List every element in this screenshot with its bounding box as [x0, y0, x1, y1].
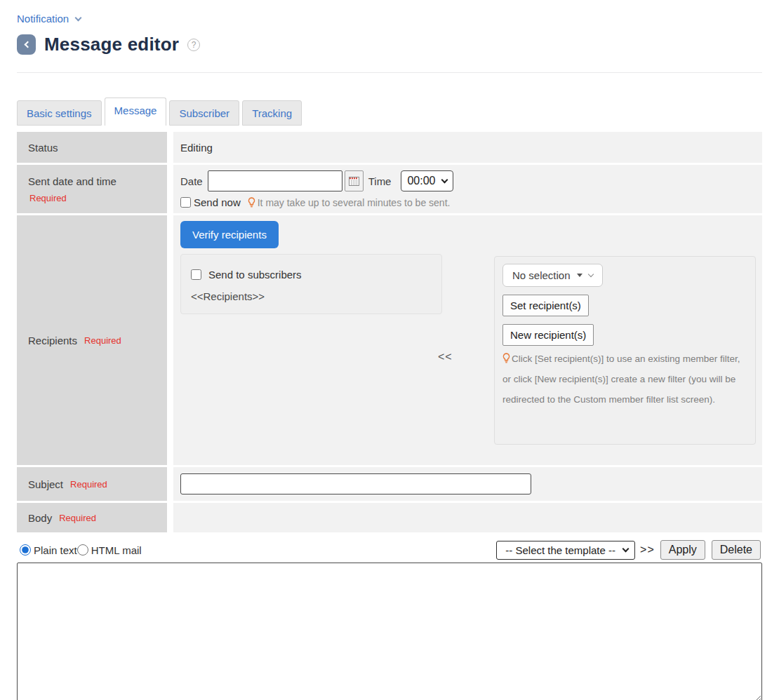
sent-date-required-badge: Required: [29, 193, 167, 203]
title-row: Message editor ?: [17, 34, 762, 55]
chevron-left-icon: [24, 41, 31, 48]
forward-arrows-indicator: >>: [640, 544, 655, 556]
body-label-text: Body: [28, 512, 52, 524]
left-arrows-indicator: <<: [438, 351, 453, 363]
plain-text-label: Plain text: [34, 544, 77, 556]
recipients-hint: Click [Set recipient(s)] to use an exist…: [502, 349, 747, 410]
row-status: Status Editing: [17, 132, 762, 163]
message-body-textarea[interactable]: [17, 563, 762, 700]
recipients-token: <<Recipients>>: [191, 290, 432, 302]
set-recipients-button[interactable]: Set recipient(s): [502, 295, 589, 316]
no-selection-value: No selection: [512, 269, 571, 281]
send-to-subscribers-label: Send to subscribers: [208, 269, 302, 281]
time-select-value: 00:00: [407, 175, 435, 187]
recipients-value-cell: Verify recipients Send to subscribers <<…: [173, 215, 762, 465]
tab-tracking[interactable]: Tracking: [242, 100, 302, 126]
subject-label-text: Subject: [28, 478, 63, 490]
template-controls: -- Select the template -- >> Apply Delet…: [496, 540, 761, 560]
date-input[interactable]: [208, 170, 342, 191]
recipients-label-text: Recipients: [28, 335, 77, 346]
send-to-subscribers-row: Send to subscribers: [191, 269, 432, 281]
time-select[interactable]: 00:00: [401, 170, 453, 191]
recipients-required-badge: Required: [84, 335, 121, 346]
lightbulb-icon: [248, 197, 255, 208]
sent-date-value-cell: Date: [173, 165, 762, 213]
body-value-cell: [173, 503, 762, 532]
chevron-down-icon: [587, 271, 593, 277]
mail-format-radio-group: Plain text HTML mail: [20, 544, 142, 556]
chevron-down-icon: [441, 176, 448, 183]
apply-button[interactable]: Apply: [660, 540, 705, 560]
verify-recipients-button[interactable]: Verify recipients: [180, 221, 279, 248]
recipients-hint-text: Click [Set recipient(s)] to use an exist…: [502, 354, 740, 405]
html-mail-radio[interactable]: [77, 544, 88, 556]
lightbulb-icon: [502, 353, 510, 363]
status-value-cell: Editing: [173, 132, 762, 163]
subject-value-cell: [173, 467, 762, 501]
recipients-label: Recipients Required: [17, 215, 167, 465]
caret-down-icon: [577, 274, 582, 277]
no-selection-dropdown[interactable]: No selection: [502, 264, 603, 287]
calendar-button[interactable]: [345, 170, 364, 191]
row-recipients: Recipients Required Verify recipients Se…: [17, 215, 762, 465]
html-mail-label: HTML mail: [91, 544, 142, 556]
row-sent-date: Sent date and time Required Date: [17, 165, 762, 213]
calendar-icon: [348, 175, 360, 187]
breadcrumb: Notification: [17, 13, 762, 25]
subject-required-badge: Required: [70, 479, 107, 490]
message-form: Status Editing Sent date and time Requir…: [17, 132, 762, 532]
editor-toolbar: Plain text HTML mail -- Select the templ…: [17, 540, 762, 560]
chevron-down-icon[interactable]: [75, 15, 82, 22]
message-editor-page: Notification Message editor ? Basic sett…: [0, 0, 779, 700]
template-select[interactable]: -- Select the template --: [496, 541, 635, 560]
status-label-text: Status: [28, 142, 58, 154]
tab-basic-settings[interactable]: Basic settings: [17, 100, 102, 126]
date-time-row: Date: [180, 170, 762, 191]
time-field-label: Time: [368, 175, 392, 187]
recipient-filter-panel: No selection Set recipient(s) New recipi…: [494, 256, 756, 445]
send-now-label: Send now: [194, 196, 241, 208]
sent-date-label-text: Sent date and time: [28, 175, 116, 187]
date-field-label: Date: [180, 175, 203, 187]
page-title: Message editor: [44, 34, 179, 55]
send-now-checkbox[interactable]: [180, 197, 191, 208]
send-now-hint: It may take up to several minutes to be …: [258, 197, 451, 208]
chevron-down-icon: [622, 545, 630, 552]
tab-message[interactable]: Message: [105, 97, 167, 126]
template-select-value: -- Select the template --: [505, 544, 615, 556]
tab-subscriber[interactable]: Subscriber: [169, 100, 239, 126]
new-recipients-button[interactable]: New recipient(s): [502, 324, 594, 346]
subject-label: Subject Required: [17, 467, 167, 501]
tab-bar: Basic settings Message Subscriber Tracki…: [17, 97, 762, 126]
back-button[interactable]: [17, 34, 36, 55]
sent-date-label: Sent date and time Required: [17, 165, 167, 213]
send-now-row: Send now It may take up to several minut…: [180, 196, 762, 208]
breadcrumb-notification-link[interactable]: Notification: [17, 13, 69, 25]
delete-button[interactable]: Delete: [712, 540, 761, 560]
subscribers-box: Send to subscribers <<Recipients>>: [180, 254, 442, 314]
subject-input[interactable]: [180, 473, 531, 494]
body-required-badge: Required: [59, 513, 96, 523]
plain-text-radio[interactable]: [20, 544, 31, 556]
row-subject: Subject Required: [17, 467, 762, 501]
body-label: Body Required: [17, 503, 167, 532]
status-label: Status: [17, 132, 167, 163]
help-icon[interactable]: ?: [187, 39, 200, 51]
send-to-subscribers-checkbox[interactable]: [191, 269, 201, 280]
row-body: Body Required: [17, 503, 762, 532]
header-divider: [17, 72, 762, 73]
status-value: Editing: [180, 142, 213, 154]
